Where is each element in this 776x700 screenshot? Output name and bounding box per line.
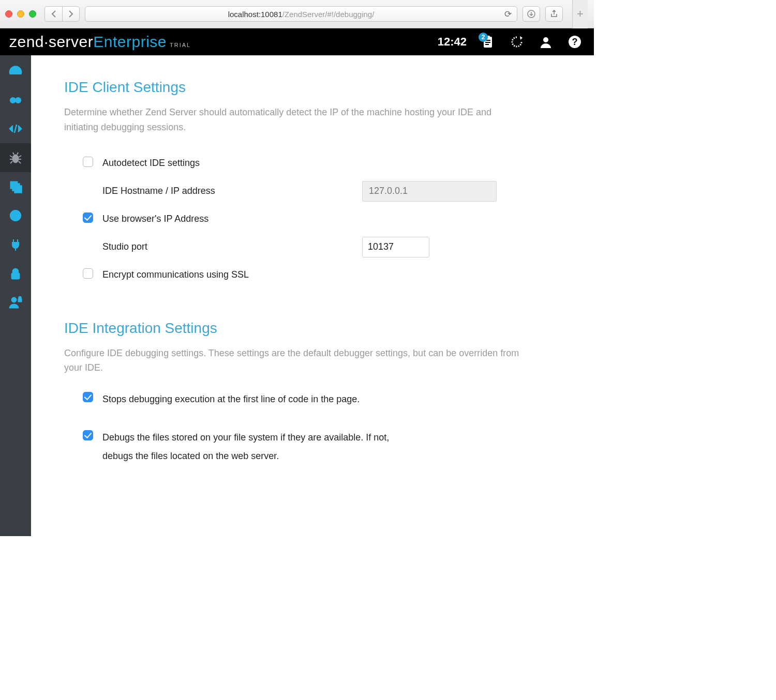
- app-header: zend · server Enterprise TRIAL 12:42 2 ?: [0, 28, 594, 55]
- share-icon: [550, 10, 558, 18]
- use-browser-ip-label: Use browser's IP Address: [102, 210, 208, 227]
- svg-point-6: [543, 37, 548, 42]
- download-icon: [527, 10, 535, 18]
- header-time: 12:42: [438, 35, 467, 49]
- local-copy-checkbox[interactable]: [83, 430, 93, 440]
- svg-rect-24: [18, 299, 22, 302]
- browser-chrome: localhost:10081/ZendServer/#!/debugging/…: [0, 0, 594, 28]
- code-icon: [9, 122, 22, 135]
- window-zoom-button[interactable]: [29, 10, 36, 18]
- user-menu-button[interactable]: [538, 34, 554, 50]
- chevron-right-icon: [68, 10, 73, 18]
- user-lock-icon: [9, 296, 22, 309]
- logo-enterprise: Enterprise: [93, 33, 167, 51]
- logo-server: server: [49, 33, 93, 51]
- stop-first-line-checkbox[interactable]: [83, 392, 93, 402]
- ssl-label: Encrypt communications using SSL: [102, 266, 249, 283]
- url-path: /ZendServer/#!/debugging/: [282, 10, 375, 19]
- new-tab-button[interactable]: +: [572, 0, 588, 28]
- sidebar-item-cache[interactable]: [0, 172, 31, 201]
- section-title-client: IDE Client Settings: [64, 79, 561, 96]
- sidebar-item-globe[interactable]: [0, 201, 31, 230]
- svg-text:?: ?: [572, 37, 578, 47]
- url-host: localhost:10081: [228, 10, 282, 19]
- forward-button[interactable]: [62, 6, 80, 22]
- address-bar[interactable]: localhost:10081/ZendServer/#!/debugging/…: [85, 6, 517, 22]
- section-desc-client: Determine whether Zend Server should aut…: [64, 105, 519, 135]
- sidebar-item-dashboard[interactable]: [0, 56, 31, 85]
- window-close-button[interactable]: [5, 10, 12, 18]
- sidebar-item-monitor[interactable]: [0, 85, 31, 114]
- plug-icon: [9, 238, 22, 251]
- hostname-input[interactable]: [362, 181, 497, 202]
- layers-icon: [9, 180, 22, 193]
- svg-rect-18: [14, 186, 22, 193]
- studio-port-label: Studio port: [102, 238, 147, 255]
- hostname-label: IDE Hostname / IP address: [102, 182, 215, 200]
- sidebar-item-plugin[interactable]: [0, 230, 31, 259]
- autodetect-checkbox[interactable]: [83, 157, 93, 167]
- sidebar-item-debug[interactable]: [0, 143, 31, 172]
- glasses-icon: [9, 93, 22, 106]
- sidebar-item-security[interactable]: [0, 259, 31, 288]
- downloads-button[interactable]: [523, 6, 540, 22]
- window-controls: [5, 10, 39, 18]
- svg-rect-4: [485, 42, 490, 43]
- sidebar-item-users[interactable]: [0, 288, 31, 317]
- logo-trial: TRIAL: [167, 42, 191, 48]
- local-copy-label: Debugs the files stored on your file sys…: [102, 428, 404, 465]
- notifications-button[interactable]: 2: [480, 34, 496, 50]
- svg-rect-22: [11, 273, 20, 279]
- user-icon: [540, 36, 552, 48]
- studio-port-input[interactable]: [362, 237, 429, 257]
- use-browser-ip-checkbox[interactable]: [83, 212, 93, 223]
- lock-icon: [9, 267, 22, 280]
- back-button[interactable]: [44, 6, 62, 22]
- svg-rect-5: [485, 44, 489, 45]
- svg-point-11: [10, 98, 16, 103]
- help-button[interactable]: ?: [567, 34, 583, 50]
- app-logo: zend · server Enterprise TRIAL: [9, 33, 191, 51]
- svg-point-12: [16, 98, 21, 103]
- share-button[interactable]: [545, 6, 563, 22]
- section-title-integration: IDE Integration Settings: [64, 320, 561, 337]
- stop-first-line-label: Stops debugging execution at the first l…: [102, 390, 360, 408]
- bug-icon: [9, 151, 22, 164]
- main-content: IDE Client Settings Determine whether Ze…: [31, 55, 594, 536]
- svg-point-23: [11, 297, 17, 302]
- notifications-badge: 2: [479, 33, 488, 42]
- chevron-left-icon: [51, 10, 56, 18]
- logo-zend: zend: [9, 33, 44, 51]
- restart-button[interactable]: [509, 34, 525, 50]
- autodetect-label: Autodetect IDE settings: [102, 155, 200, 172]
- sidebar: [0, 55, 31, 536]
- help-icon: ?: [568, 35, 581, 49]
- restart-icon: [510, 35, 524, 49]
- window-minimize-button[interactable]: [17, 10, 24, 18]
- section-desc-integration: Configure IDE debugging settings. These …: [64, 346, 519, 376]
- sidebar-item-code[interactable]: [0, 114, 31, 143]
- globe-icon: [9, 209, 22, 222]
- ssl-checkbox[interactable]: [83, 268, 93, 279]
- gauge-icon: [9, 64, 22, 78]
- reload-button[interactable]: ⟳: [504, 9, 512, 20]
